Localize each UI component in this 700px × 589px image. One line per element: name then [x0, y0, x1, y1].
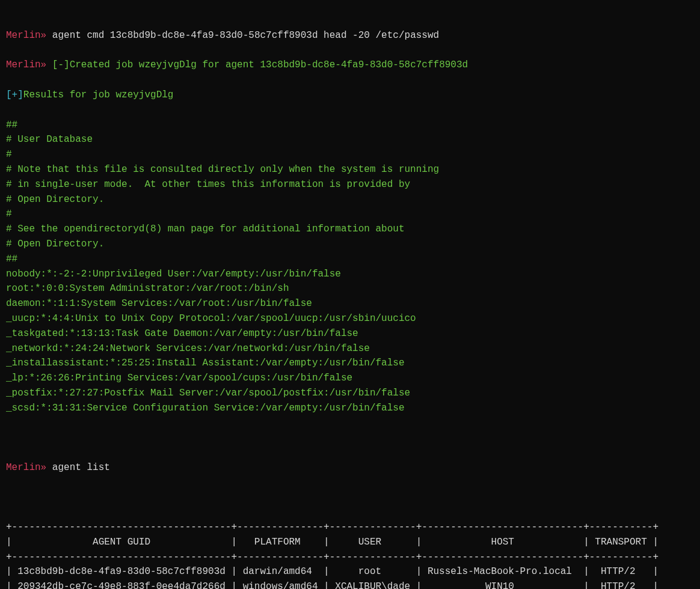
passwd-line: _installassistant:*:25:25:Install Assist… — [6, 356, 694, 371]
passwd-line: _networkd:*:24:24:Network Services:/var/… — [6, 341, 694, 356]
passwd-line: # — [6, 207, 694, 222]
agent-list-table: +--------------------------------------+… — [6, 520, 694, 589]
cmd-agent-cmd: agent cmd 13c8bd9b-dc8e-4fa9-83d0-58c7cf… — [52, 30, 439, 41]
table-row: | 209342db-ce7c-49e8-883f-0ee4da7d266d |… — [6, 579, 694, 589]
results-plus: [+] — [6, 90, 23, 100]
passwd-line: # See the opendirectoryd(8) man page for… — [6, 222, 694, 237]
passwd-line: daemon:*:1:1:System Services:/var/root:/… — [6, 296, 694, 311]
passwd-line: _uucp:*:4:4:Unix to Unix Copy Protocol:/… — [6, 311, 694, 326]
passwd-line: # Note that this file is consulted direc… — [6, 162, 694, 177]
results-header: [+]Results for job wzeyjvgDlg — [6, 88, 694, 103]
table-row: | 13c8bd9b-dc8e-4fa9-83d0-58c7cff8903d |… — [6, 564, 694, 579]
passwd-line: _scsd:*:31:31:Service Configuration Serv… — [6, 401, 694, 416]
blank1 — [6, 430, 694, 445]
passwd-line: _postfix:*:27:27:Postfix Mail Server:/va… — [6, 386, 694, 401]
cmd-agent-list: agent list — [52, 462, 110, 473]
table-border: +--------------------------------------+… — [6, 520, 694, 535]
results-text: Results for job wzeyjvgDlg — [23, 90, 174, 100]
prompt: Merlin» — [6, 462, 46, 473]
table-header: | AGENT GUID | PLATFORM | USER | HOST | … — [6, 535, 694, 550]
prompt: Merlin» — [6, 30, 46, 41]
passwd-line: # — [6, 147, 694, 162]
passwd-line: # in single-user mode. At other times th… — [6, 177, 694, 192]
prompt: Merlin» — [6, 60, 46, 70]
passwd-line: # User Database — [6, 132, 694, 147]
passwd-line: ## — [6, 252, 694, 267]
line-cmd2: Merlin» agent list — [6, 460, 694, 475]
passwd-line: _taskgated:*:13:13:Task Gate Daemon:/var… — [6, 326, 694, 341]
passwd-line: root:*:0:0:System Administrator:/var/roo… — [6, 281, 694, 296]
blank2 — [6, 490, 694, 505]
passwd-output: ### User Database## Note that this file … — [6, 118, 694, 416]
created-job-1: [-]Created job wzeyjvgDlg for agent 13c8… — [52, 60, 468, 70]
passwd-line: ## — [6, 118, 694, 133]
passwd-line: nobody:*:-2:-2:Unprivileged User:/var/em… — [6, 267, 694, 282]
line-cmd1: Merlin» agent cmd 13c8bd9b-dc8e-4fa9-83d… — [6, 28, 694, 43]
passwd-line: _lp:*:26:26:Printing Services:/var/spool… — [6, 371, 694, 386]
table-border: +--------------------------------------+… — [6, 550, 694, 565]
passwd-line: # Open Directory. — [6, 192, 694, 207]
line-created1: Merlin» [-]Created job wzeyjvgDlg for ag… — [6, 58, 694, 73]
terminal-output[interactable]: Merlin» agent cmd 13c8bd9b-dc8e-4fa9-83d… — [0, 0, 700, 589]
passwd-line: # Open Directory. — [6, 237, 694, 252]
